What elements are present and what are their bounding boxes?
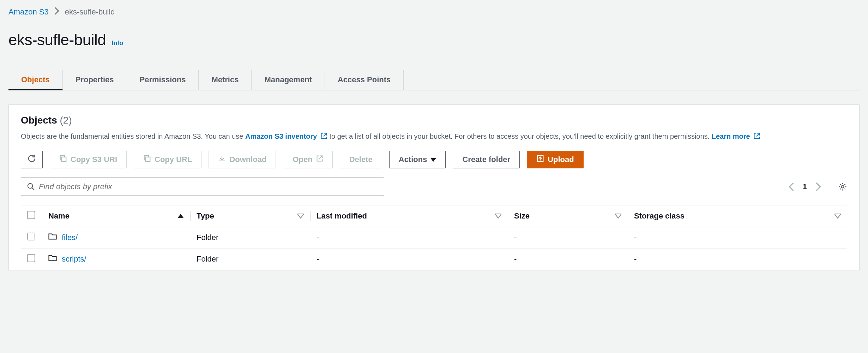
svg-point-3 xyxy=(841,185,844,188)
th-size[interactable]: Size xyxy=(508,205,628,227)
actions-label: Actions xyxy=(399,155,427,164)
tab-metrics[interactable]: Metrics xyxy=(199,70,252,90)
tab-objects[interactable]: Objects xyxy=(8,70,63,90)
create-folder-button[interactable]: Create folder xyxy=(453,151,520,168)
download-label: Download xyxy=(229,155,266,164)
toolbar: Copy S3 URI Copy URL Download Open xyxy=(21,151,847,168)
sort-icon xyxy=(834,211,841,221)
th-storage-class-label: Storage class xyxy=(634,211,685,221)
folder-icon xyxy=(48,254,57,264)
object-name-link[interactable]: files/ xyxy=(62,233,78,242)
panel-description: Objects are the fundamental entities sto… xyxy=(21,131,847,142)
tab-properties[interactable]: Properties xyxy=(63,70,127,90)
th-storage-class[interactable]: Storage class xyxy=(628,205,847,227)
tab-permissions[interactable]: Permissions xyxy=(127,70,199,90)
upload-button[interactable]: Upload xyxy=(527,151,584,168)
pager-next[interactable] xyxy=(815,182,821,191)
cell-storage-class: - xyxy=(628,227,847,249)
svg-rect-0 xyxy=(62,157,66,161)
table-row: scripts/ Folder - - - xyxy=(21,249,847,270)
copy-icon xyxy=(59,155,67,164)
learn-more-text: Learn more xyxy=(712,132,750,140)
search-icon xyxy=(27,183,35,191)
sort-icon xyxy=(297,211,304,221)
external-link-icon xyxy=(316,155,323,164)
table-row: files/ Folder - - - xyxy=(21,227,847,249)
s3-inventory-link[interactable]: Amazon S3 inventory xyxy=(245,132,330,140)
th-size-label: Size xyxy=(514,211,530,221)
row-checkbox[interactable] xyxy=(27,233,35,240)
sort-icon xyxy=(615,211,621,221)
chevron-right-icon xyxy=(54,7,59,17)
open-button[interactable]: Open xyxy=(283,151,332,168)
th-last-modified[interactable]: Last modified xyxy=(310,205,508,227)
th-last-modified-label: Last modified xyxy=(317,211,367,221)
svg-rect-1 xyxy=(146,157,150,161)
folder-icon xyxy=(48,233,57,243)
refresh-icon xyxy=(28,154,36,165)
panel-desc-a: Objects are the fundamental entities sto… xyxy=(21,132,245,140)
caret-down-icon xyxy=(430,155,436,164)
external-link-icon xyxy=(753,132,760,142)
th-type[interactable]: Type xyxy=(190,205,310,227)
tabs: Objects Properties Permissions Metrics M… xyxy=(8,70,860,90)
s3-inventory-link-text: Amazon S3 inventory xyxy=(245,132,317,140)
copy-s3-uri-label: Copy S3 URI xyxy=(71,155,117,164)
upload-icon xyxy=(536,155,544,164)
copy-s3-uri-button[interactable]: Copy S3 URI xyxy=(50,151,127,168)
info-link[interactable]: Info xyxy=(111,40,123,47)
refresh-button[interactable] xyxy=(21,151,43,168)
download-icon xyxy=(218,155,226,164)
tab-access-points[interactable]: Access Points xyxy=(325,70,404,90)
cell-size: - xyxy=(508,227,628,249)
th-name-label: Name xyxy=(48,211,70,221)
download-button[interactable]: Download xyxy=(209,151,276,168)
row-checkbox[interactable] xyxy=(27,254,35,262)
breadcrumb-current: eks-sufle-build xyxy=(65,7,115,17)
th-name[interactable]: Name xyxy=(42,205,190,227)
panel-title: Objects (2) xyxy=(21,115,847,126)
select-all-checkbox[interactable] xyxy=(27,211,35,219)
objects-table: Name Type xyxy=(21,205,847,270)
delete-label: Delete xyxy=(349,155,373,164)
panel-title-text: Objects xyxy=(21,115,57,126)
page-title: eks-sufle-build xyxy=(8,31,106,49)
cell-last-modified: - xyxy=(310,249,508,270)
breadcrumb: Amazon S3 eks-sufle-build xyxy=(8,7,860,17)
object-name-link[interactable]: scripts/ xyxy=(62,255,86,264)
breadcrumb-root-link[interactable]: Amazon S3 xyxy=(8,7,49,17)
copy-url-button[interactable]: Copy URL xyxy=(134,151,201,168)
search-input[interactable] xyxy=(39,182,378,191)
pager-current: 1 xyxy=(803,182,807,191)
delete-button[interactable]: Delete xyxy=(340,151,382,168)
cell-type: Folder xyxy=(190,249,310,270)
create-folder-label: Create folder xyxy=(462,155,510,164)
copy-url-label: Copy URL xyxy=(155,155,192,164)
cell-storage-class: - xyxy=(628,249,847,270)
learn-more-link[interactable]: Learn more xyxy=(712,132,761,140)
external-link-icon xyxy=(320,132,327,142)
cell-last-modified: - xyxy=(310,227,508,249)
pager-prev[interactable] xyxy=(789,182,794,191)
pager: 1 xyxy=(789,182,821,191)
cell-type: Folder xyxy=(190,227,310,249)
th-type-label: Type xyxy=(197,211,214,221)
panel-count: (2) xyxy=(60,115,72,126)
cell-size: - xyxy=(508,249,628,270)
upload-label: Upload xyxy=(548,155,574,164)
objects-panel: Objects (2) Objects are the fundamental … xyxy=(8,104,860,270)
actions-button[interactable]: Actions xyxy=(389,151,446,168)
th-select xyxy=(21,205,42,227)
copy-icon xyxy=(143,155,151,164)
svg-point-2 xyxy=(28,183,33,188)
search-box[interactable] xyxy=(21,178,384,196)
open-label: Open xyxy=(293,155,312,164)
tab-management[interactable]: Management xyxy=(252,70,325,90)
settings-button[interactable] xyxy=(838,182,847,191)
sort-icon xyxy=(495,211,501,221)
sort-asc-icon xyxy=(177,211,184,221)
panel-desc-b: to get a list of all objects in your buc… xyxy=(329,132,711,140)
